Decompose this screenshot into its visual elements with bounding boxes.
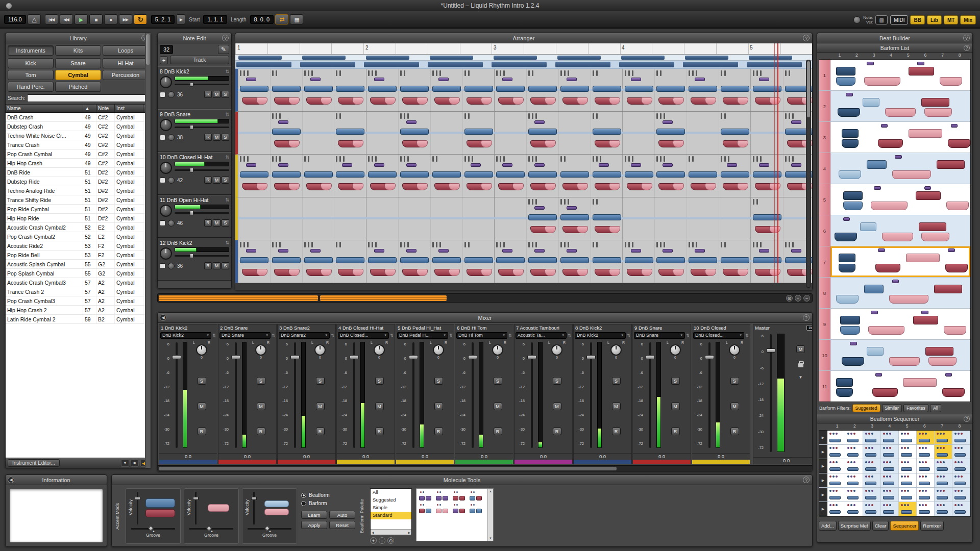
beatform-cell[interactable] [827,488,845,502]
beatform-cell[interactable] [863,502,881,516]
table-row[interactable]: Acoustic Crash Cymbal252E2Cymbal [6,223,151,232]
track-strip[interactable]: 8 DnB Kick2⇅36RMS [158,66,231,109]
preset-select[interactable]: DnB Hi Tom▼ [456,332,507,339]
s-button[interactable]: S [222,219,229,227]
track-strip[interactable]: 10 DnB Closed Hi-Hat⇅42RMS [158,152,231,195]
r-button[interactable]: R [612,428,621,435]
collapse-info-icon[interactable]: ◀ [8,477,14,483]
filter-suggested[interactable]: Suggested [852,404,880,412]
s-button[interactable]: S [257,377,265,385]
collapse-mixer-icon[interactable]: ◀ [160,314,166,321]
r-button[interactable]: R [204,91,212,98]
follow-playhead-button[interactable]: ↻ [134,14,147,24]
track-mini-knob[interactable] [168,177,175,184]
pan-knob[interactable] [492,344,503,356]
add-button[interactable]: Add... [819,521,837,531]
beatform-cell[interactable] [917,488,935,502]
barform-row[interactable]: 10 [819,340,970,371]
track-mini-knob[interactable] [168,134,175,141]
track-header-button[interactable]: Track [170,56,229,64]
swap-track-icon[interactable]: ⇅ [225,69,229,74]
start-display[interactable]: 1. 1. 1 [203,15,227,24]
beatform-cell[interactable] [917,459,935,473]
barform-row[interactable]: 1 [819,60,970,91]
barform-row[interactable]: 5 [819,184,970,215]
help-icon[interactable]: ? [803,314,810,321]
swap-icon[interactable]: ⇅ [568,333,571,338]
palette-molecule[interactable] [470,491,483,500]
palette-molecule[interactable] [419,491,432,500]
beatform-cell[interactable] [917,473,935,487]
s-button[interactable]: S [375,377,384,385]
beatform-cell[interactable] [952,502,970,516]
table-row[interactable]: Hip Hop Ride51D#2Cymbal [6,214,151,223]
search-input[interactable] [27,94,149,102]
table-row[interactable]: Pop Crash Cymbal357A2Cymbal [6,296,151,306]
help-icon[interactable]: ? [963,35,970,41]
beatform-cell[interactable] [827,502,845,516]
metronome-button[interactable]: △ [28,14,41,24]
m-button[interactable]: M [671,403,680,410]
scroll-range-segment[interactable] [320,295,447,301]
bb-button[interactable]: BB [910,15,924,24]
track-mini-knob[interactable] [168,263,175,269]
track-checkbox[interactable] [160,178,165,183]
fader-handle[interactable] [646,355,655,359]
table-row[interactable]: Pop Splash Cymbal55G2Cymbal [6,269,151,278]
table-row[interactable]: Acoustic Crash Cymbal357A2Cymbal [6,278,151,287]
m-button[interactable]: M [213,262,220,269]
track-slider-handle[interactable] [190,254,193,258]
track-knob[interactable] [160,205,172,217]
track-knob[interactable] [160,119,172,131]
velocity-slider-handle[interactable] [193,497,199,500]
arranger-lane[interactable] [235,69,812,112]
scroll-range-segment[interactable] [159,295,318,301]
beatform-cell[interactable] [881,459,899,473]
pencil-tool-button[interactable]: ✎ [218,45,229,54]
palette-suggested[interactable]: Suggested [371,496,411,504]
preview-volume-knob[interactable] [853,16,861,23]
table-row[interactable]: Hip Hop Crash49C#2Cymbal [6,159,151,168]
pan-knob[interactable] [433,344,444,356]
beatform-cell[interactable] [827,445,845,459]
beatform-cell[interactable] [863,473,881,487]
palette-standard[interactable]: Standard [371,512,411,519]
s-button[interactable]: S [222,91,229,98]
accent-mod-group[interactable]: Velocity▲Groove [126,488,181,544]
s-button[interactable]: S [198,377,206,385]
beatform-cell[interactable] [863,488,881,502]
palette-molecule[interactable] [436,491,449,500]
fader-handle[interactable] [409,355,418,359]
preset-select[interactable]: DnB Snare▼ [219,332,271,339]
swap-icon[interactable]: ⇅ [627,333,630,338]
help-icon[interactable]: ? [964,416,970,422]
filter-favorites[interactable]: Favorites [903,404,928,412]
category-snare[interactable]: Snare [55,58,101,68]
m-button[interactable]: M [730,403,739,410]
beatform-cell[interactable] [899,502,917,516]
sequencer-row-play[interactable]: ▶ [819,445,827,459]
swap-track-icon[interactable]: ⇅ [225,155,229,160]
swap-icon[interactable]: ⇅ [272,333,275,338]
track-slider-handle[interactable] [190,168,193,172]
velocity-slider-handle[interactable] [135,497,140,500]
skip-start-button[interactable]: |◀◀ [45,14,58,24]
stop-preview-icon[interactable]: ■ [131,460,139,467]
barform-row[interactable]: 11 [819,371,970,402]
preset-select[interactable]: DnB Kick2▼ [575,332,626,339]
preset-select[interactable]: DnB Closed...▼ [693,332,744,339]
beatform-cell[interactable] [881,445,899,459]
sequencer-button[interactable]: Sequencer [890,521,919,531]
category-pitched[interactable]: Pitched [55,82,101,92]
r-button[interactable]: R [494,428,502,435]
palette-molecule[interactable] [453,504,466,513]
table-row[interactable]: Trance Crash49C#2Cymbal [6,140,151,149]
r-button[interactable]: R [204,262,212,269]
preset-select[interactable]: Acoustic Ta...▼ [516,332,567,339]
reset-button[interactable]: Reset [329,521,355,529]
m-button[interactable]: M [257,403,265,410]
arranger-lane[interactable] [235,240,812,283]
m-button[interactable]: M [612,403,621,410]
barform-row[interactable]: 3 [819,122,970,153]
fader-handle[interactable] [468,355,477,359]
